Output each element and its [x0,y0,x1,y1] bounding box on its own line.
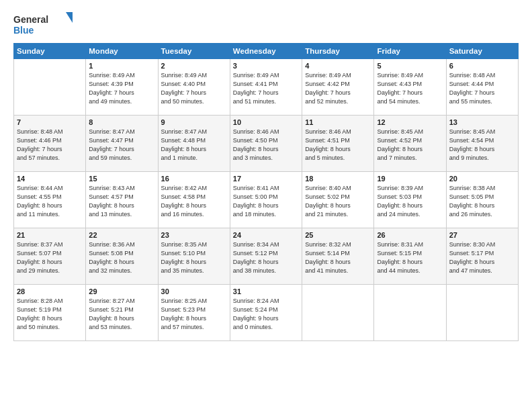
day-number-14: 14 [17,175,83,183]
day-number-29: 29 [89,287,154,295]
day-info-7: Sunrise: 8:48 AM Sunset: 4:46 PM Dayligh… [17,128,83,163]
day-number-5: 5 [377,62,443,70]
header-sunday: Sunday [14,44,86,59]
header-monday: Monday [86,44,158,59]
day-cell-17: 17Sunrise: 8:41 AM Sunset: 5:00 PM Dayli… [230,172,302,228]
day-info-17: Sunrise: 8:41 AM Sunset: 5:00 PM Dayligh… [233,184,299,219]
day-cell-20: 20Sunrise: 8:38 AM Sunset: 5:05 PM Dayli… [446,172,518,228]
day-cell-15: 15Sunrise: 8:43 AM Sunset: 4:57 PM Dayli… [86,172,158,228]
day-number-13: 13 [449,118,515,126]
empty-cell [14,59,86,116]
empty-cell [302,285,374,341]
header-tuesday: Tuesday [158,44,230,59]
svg-marker-2 [66,12,73,23]
day-info-9: Sunrise: 8:47 AM Sunset: 4:48 PM Dayligh… [161,128,227,163]
day-cell-10: 10Sunrise: 8:46 AM Sunset: 4:50 PM Dayli… [230,116,302,172]
day-cell-31: 31Sunrise: 8:24 AM Sunset: 5:24 PM Dayli… [230,285,302,341]
day-number-3: 3 [233,62,299,70]
day-cell-5: 5Sunrise: 8:49 AM Sunset: 4:43 PM Daylig… [374,59,446,116]
empty-cell [374,285,446,341]
day-cell-4: 4Sunrise: 8:49 AM Sunset: 4:42 PM Daylig… [302,59,374,116]
day-info-26: Sunrise: 8:31 AM Sunset: 5:15 PM Dayligh… [377,240,443,275]
day-number-4: 4 [305,62,371,70]
day-info-6: Sunrise: 8:48 AM Sunset: 4:44 PM Dayligh… [449,71,515,106]
day-cell-12: 12Sunrise: 8:45 AM Sunset: 4:52 PM Dayli… [374,116,446,172]
day-number-20: 20 [449,175,515,183]
day-cell-23: 23Sunrise: 8:35 AM Sunset: 5:10 PM Dayli… [158,228,230,285]
header-thursday: Thursday [302,44,374,59]
week-row-5: 28Sunrise: 8:28 AM Sunset: 5:19 PM Dayli… [14,285,519,341]
day-cell-1: 1Sunrise: 8:49 AM Sunset: 4:39 PM Daylig… [86,59,158,116]
day-number-21: 21 [17,231,83,239]
day-info-3: Sunrise: 8:49 AM Sunset: 4:41 PM Dayligh… [233,71,299,106]
day-number-1: 1 [89,62,154,70]
day-number-22: 22 [89,231,154,239]
svg-text:Blue: Blue [13,25,34,36]
day-cell-16: 16Sunrise: 8:42 AM Sunset: 4:58 PM Dayli… [158,172,230,228]
day-info-11: Sunrise: 8:46 AM Sunset: 4:51 PM Dayligh… [305,128,371,163]
day-number-16: 16 [161,175,227,183]
day-number-25: 25 [305,231,371,239]
day-number-10: 10 [233,118,299,126]
day-info-30: Sunrise: 8:25 AM Sunset: 5:23 PM Dayligh… [161,297,227,332]
day-info-31: Sunrise: 8:24 AM Sunset: 5:24 PM Dayligh… [233,297,299,332]
day-info-1: Sunrise: 8:49 AM Sunset: 4:39 PM Dayligh… [89,71,154,106]
week-row-2: 7Sunrise: 8:48 AM Sunset: 4:46 PM Daylig… [14,116,519,172]
day-cell-3: 3Sunrise: 8:49 AM Sunset: 4:41 PM Daylig… [230,59,302,116]
header-friday: Friday [374,44,446,59]
header-saturday: Saturday [446,44,518,59]
day-cell-22: 22Sunrise: 8:36 AM Sunset: 5:08 PM Dayli… [86,228,158,285]
calendar-table: SundayMondayTuesdayWednesdayThursdayFrid… [13,43,519,341]
day-info-29: Sunrise: 8:27 AM Sunset: 5:21 PM Dayligh… [89,297,154,332]
day-number-30: 30 [161,287,227,295]
day-number-8: 8 [89,118,154,126]
day-info-19: Sunrise: 8:39 AM Sunset: 5:03 PM Dayligh… [377,184,443,219]
day-info-20: Sunrise: 8:38 AM Sunset: 5:05 PM Dayligh… [449,184,515,219]
day-cell-28: 28Sunrise: 8:28 AM Sunset: 5:19 PM Dayli… [14,285,86,341]
weekday-header-row: SundayMondayTuesdayWednesdayThursdayFrid… [14,44,519,59]
day-cell-2: 2Sunrise: 8:49 AM Sunset: 4:40 PM Daylig… [158,59,230,116]
day-number-27: 27 [449,231,515,239]
day-number-18: 18 [305,175,371,183]
day-number-9: 9 [161,118,227,126]
day-number-2: 2 [161,62,227,70]
day-info-15: Sunrise: 8:43 AM Sunset: 4:57 PM Dayligh… [89,184,154,219]
calendar-page: General Blue SundayMondayTuesdayWednesda… [0,0,532,411]
day-cell-14: 14Sunrise: 8:44 AM Sunset: 4:55 PM Dayli… [14,172,86,228]
day-info-24: Sunrise: 8:34 AM Sunset: 5:12 PM Dayligh… [233,240,299,275]
day-info-21: Sunrise: 8:37 AM Sunset: 5:07 PM Dayligh… [17,240,83,275]
day-info-13: Sunrise: 8:45 AM Sunset: 4:54 PM Dayligh… [449,128,515,163]
day-info-27: Sunrise: 8:30 AM Sunset: 5:17 PM Dayligh… [449,240,515,275]
day-cell-25: 25Sunrise: 8:32 AM Sunset: 5:14 PM Dayli… [302,228,374,285]
header-wednesday: Wednesday [230,44,302,59]
day-number-31: 31 [233,287,299,295]
day-info-12: Sunrise: 8:45 AM Sunset: 4:52 PM Dayligh… [377,128,443,163]
day-cell-21: 21Sunrise: 8:37 AM Sunset: 5:07 PM Dayli… [14,228,86,285]
day-number-28: 28 [17,287,83,295]
day-number-7: 7 [17,118,83,126]
day-cell-18: 18Sunrise: 8:40 AM Sunset: 5:02 PM Dayli… [302,172,374,228]
day-info-28: Sunrise: 8:28 AM Sunset: 5:19 PM Dayligh… [17,297,83,332]
day-cell-30: 30Sunrise: 8:25 AM Sunset: 5:23 PM Dayli… [158,285,230,341]
day-info-16: Sunrise: 8:42 AM Sunset: 4:58 PM Dayligh… [161,184,227,219]
day-info-4: Sunrise: 8:49 AM Sunset: 4:42 PM Dayligh… [305,71,371,106]
logo-svg: General Blue [13,11,74,39]
empty-cell [446,285,518,341]
day-cell-8: 8Sunrise: 8:47 AM Sunset: 4:47 PM Daylig… [86,116,158,172]
day-number-26: 26 [377,231,443,239]
day-number-17: 17 [233,175,299,183]
day-cell-24: 24Sunrise: 8:34 AM Sunset: 5:12 PM Dayli… [230,228,302,285]
week-row-4: 21Sunrise: 8:37 AM Sunset: 5:07 PM Dayli… [14,228,519,285]
day-number-6: 6 [449,62,515,70]
day-cell-6: 6Sunrise: 8:48 AM Sunset: 4:44 PM Daylig… [446,59,518,116]
day-info-22: Sunrise: 8:36 AM Sunset: 5:08 PM Dayligh… [89,240,154,275]
day-info-14: Sunrise: 8:44 AM Sunset: 4:55 PM Dayligh… [17,184,83,219]
week-row-3: 14Sunrise: 8:44 AM Sunset: 4:55 PM Dayli… [14,172,519,228]
day-number-23: 23 [161,231,227,239]
day-info-18: Sunrise: 8:40 AM Sunset: 5:02 PM Dayligh… [305,184,371,219]
day-info-23: Sunrise: 8:35 AM Sunset: 5:10 PM Dayligh… [161,240,227,275]
day-number-11: 11 [305,118,371,126]
svg-text:General: General [13,14,48,25]
day-number-12: 12 [377,118,443,126]
day-cell-27: 27Sunrise: 8:30 AM Sunset: 5:17 PM Dayli… [446,228,518,285]
